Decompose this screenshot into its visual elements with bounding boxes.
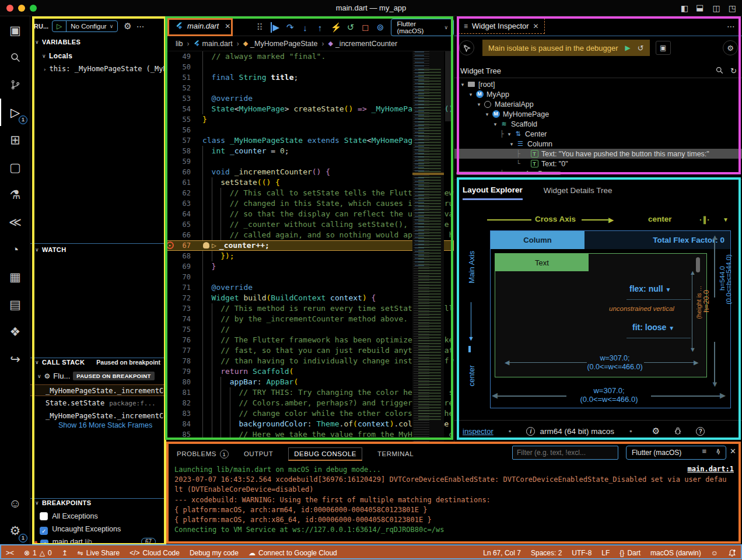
text-widget-box[interactable]: Text flex: null ▼ unconstrained vertical… [495, 253, 707, 377]
line-number[interactable]: 69 [165, 261, 191, 272]
breadcrumb-item-incrementcounter[interactable]: ◆_incrementCounter [328, 40, 397, 48]
tab-terminal[interactable]: TERMINAL [377, 450, 414, 457]
settings-icon[interactable]: ⚙1 [0, 517, 30, 544]
call-stack-frame[interactable]: _MyHomePageState._incrementCounter [30, 384, 165, 396]
variable-this[interactable]: ›this: _MyHomePageState (_MyHomePage) [43, 65, 165, 73]
widget-tree-row[interactable]: ├▾⇅Center [454, 129, 742, 139]
tab-main-dart[interactable]: main.dart ✕ [170, 19, 236, 33]
breakpoint-checkbox[interactable]: ✓ [40, 527, 48, 535]
line-number[interactable]: 79 [165, 366, 191, 377]
line-number[interactable]: 51 [165, 72, 191, 83]
line-number[interactable]: 57 [165, 135, 191, 146]
call-stack-frame[interactable]: State.setStatepackage:f... [30, 397, 165, 409]
code-line[interactable]: 49// always marked "final". [165, 51, 454, 62]
toggle-sidebar-icon[interactable]: ◧ [681, 4, 688, 13]
status-remote-indicator[interactable]: >< [6, 549, 14, 557]
code-line[interactable]: 71@override [165, 282, 454, 293]
continue-icon[interactable]: ▶ [271, 22, 280, 33]
breakpoint-checkbox[interactable] [40, 512, 48, 520]
code-editor[interactable]: 49// always marked "final".5051final Str… [165, 51, 454, 442]
code-line[interactable]: 51final String title; [165, 72, 454, 83]
code-line[interactable]: 80appBar: AppBar( [165, 377, 454, 387]
testing-icon[interactable]: ⚗ [0, 181, 30, 208]
debug-console-output[interactable]: Launching lib/main.dart on macOS in debu… [174, 465, 734, 535]
tab-layout-explorer[interactable]: Layout Explorer [463, 186, 523, 200]
resume-isolate-icon[interactable]: ▶ [625, 44, 631, 52]
stop-icon[interactable]: ◻ [361, 22, 370, 33]
code-line[interactable]: 63// changed in this State, which causes… [165, 198, 454, 209]
restart-icon[interactable]: ↺ [346, 22, 355, 33]
code-line[interactable]: 60void _incrementCounter() { [165, 167, 454, 177]
line-number[interactable]: 60 [165, 167, 191, 177]
breakpoint-item[interactable]: ●✓main.dart lib67 [34, 538, 162, 545]
chevron-down-icon[interactable]: ∨ [37, 373, 41, 379]
chevron-down-icon[interactable]: ▾ [492, 121, 499, 127]
code-line[interactable]: 72Widget build(BuildContext context) { [165, 293, 454, 303]
line-number[interactable]: 76 [165, 335, 191, 345]
screenshot-button[interactable]: ▣ [656, 41, 671, 55]
locals-scope[interactable]: ∨Locals [42, 52, 165, 60]
code-line[interactable]: 73// This method is rerun every time set… [165, 303, 454, 314]
line-number[interactable]: 78 [165, 356, 191, 366]
tab-output[interactable]: OUTPUT [244, 450, 273, 457]
status-debug-my-code[interactable]: Debug my code [190, 549, 239, 557]
code-line[interactable]: 69} [165, 261, 454, 272]
line-number[interactable]: 73 [165, 303, 191, 314]
status-indentation[interactable]: Spaces: 2 [531, 549, 562, 557]
search-icon[interactable] [716, 66, 723, 75]
line-number[interactable]: 72 [165, 293, 191, 303]
chevron-down-icon[interactable]: ▾ [506, 131, 513, 137]
hot-reload-icon[interactable]: ↺ [638, 44, 644, 52]
explorer-icon[interactable]: ▣ [0, 16, 30, 44]
breakpoint-current-frame-icon[interactable]: ▸ [166, 242, 174, 249]
text-widget-header[interactable]: Text [495, 254, 589, 271]
docker-icon[interactable]: ▤ [0, 290, 30, 318]
source-control-icon[interactable] [0, 71, 30, 99]
status-notifications-bell[interactable] [728, 549, 736, 557]
hot-reload-icon[interactable]: ⚡ [331, 22, 340, 33]
status-eol[interactable]: LF [601, 549, 610, 557]
code-line[interactable]: 61setState(() { [165, 177, 454, 188]
flex-dropdown[interactable]: flex: null ▼ [629, 284, 671, 293]
line-number[interactable]: 64 [165, 209, 191, 219]
code-line[interactable]: 55} [165, 114, 454, 125]
customize-layout-icon[interactable]: ◳ [729, 4, 736, 13]
code-line[interactable]: 65// _counter without calling setState()… [165, 219, 454, 230]
run-and-debug-icon[interactable]: ▷1 [0, 99, 30, 126]
breakpoint-checkbox[interactable]: ✓ [40, 540, 48, 545]
line-number[interactable]: 80 [165, 377, 191, 387]
code-line[interactable]: 57class _MyHomePageState extends State<M… [165, 135, 454, 146]
start-debug-button[interactable]: ▷ [52, 21, 66, 32]
devtools-settings-gear-icon[interactable]: ⚙ [652, 426, 660, 436]
line-number[interactable]: 56 [165, 125, 191, 135]
code-line[interactable]: 77// fast, so that you can just rebuild … [165, 345, 454, 356]
close-tab-icon[interactable]: ✕ [225, 22, 230, 30]
tab-debug-console[interactable]: DEBUG CONSOLE [288, 447, 362, 461]
chevron-down-icon[interactable]: ▾ [484, 111, 491, 117]
line-number[interactable]: 70 [165, 272, 191, 282]
line-number[interactable]: 62 [165, 188, 191, 198]
fit-dropdown[interactable]: fit: loose ▼ [632, 323, 674, 332]
call-stack-frame[interactable]: _MyHomePageState._incrementCounter [30, 410, 165, 422]
line-number[interactable]: 84 [165, 419, 191, 429]
more-actions-icon[interactable]: ⋯ [136, 22, 145, 31]
flutter-icon[interactable]: ≪ [0, 208, 30, 236]
variables-section-header[interactable]: ∨VARIABLES [35, 38, 165, 46]
inspector-settings-gear-icon[interactable]: ⚙ [723, 40, 738, 55]
status-live-share[interactable]: ⇋Live Share [78, 549, 120, 557]
code-line[interactable]: 68}); [165, 251, 454, 261]
collapse-panel-icon[interactable]: ∧ [716, 447, 720, 456]
code-line[interactable]: 83// change color while the other colors… [165, 408, 454, 419]
status-problems-summary[interactable]: ⊗1△0 [24, 549, 52, 557]
line-number[interactable]: 53 [165, 93, 191, 104]
code-line[interactable]: 59 [165, 156, 454, 167]
widget-tree-row[interactable]: ├TText: "You have pushed the button this… [454, 149, 742, 159]
widget-tree-row[interactable]: ▾MMyApp [454, 89, 742, 99]
breakpoint-item[interactable]: ✓Uncaught Exceptions [34, 525, 162, 537]
status-language-mode[interactable]: {}Dart [620, 549, 640, 557]
line-number[interactable]: 83 [165, 408, 191, 419]
code-line[interactable]: 50 [165, 62, 454, 72]
status-encoding[interactable]: UTF-8 [572, 549, 592, 557]
code-line[interactable]: 64// so that the display can reflect the… [165, 209, 454, 219]
device-dropdown[interactable]: Flutter (macOS)∨ [391, 19, 454, 36]
